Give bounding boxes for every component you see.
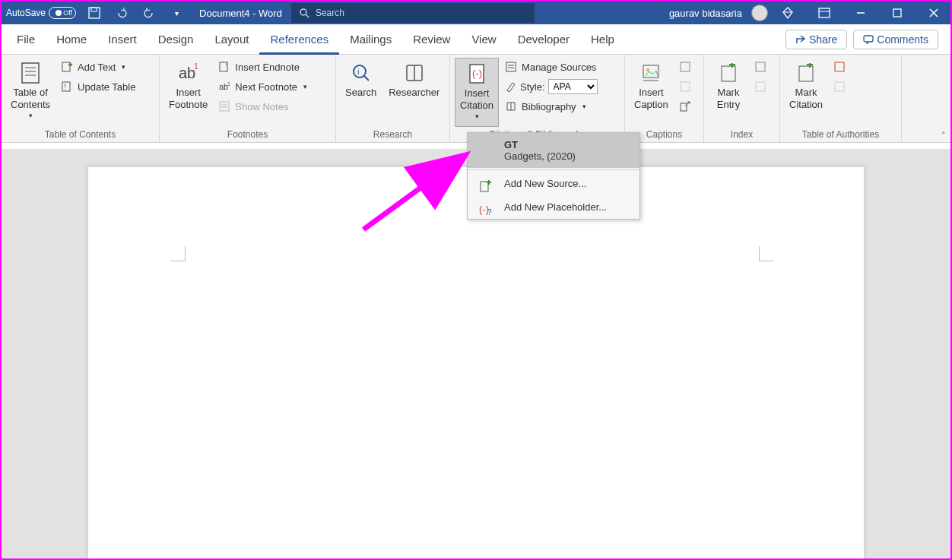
tab-help[interactable]: Help (580, 24, 625, 55)
margin-corner-tl (170, 246, 186, 261)
cross-reference-button[interactable] (676, 97, 694, 115)
insert-caption-button[interactable]: Insert Caption (630, 58, 673, 127)
insert-index-button[interactable] (751, 58, 770, 76)
document-title: Document4 - Word (199, 8, 282, 19)
tab-layout[interactable]: Layout (204, 24, 259, 55)
svg-rect-52 (835, 62, 844, 71)
autosave-label: AutoSave (6, 8, 46, 18)
citation-style-row: Style: APA (502, 78, 601, 96)
researcher-icon (402, 61, 427, 85)
group-label-toc: Table of Contents (6, 127, 154, 142)
bibliography-button[interactable]: Bibliography ▾ (502, 97, 601, 115)
update-authorities-button (830, 78, 849, 96)
insert-citation-dropdown: GT Gadgets, (2020) Add New Source... (-)… (467, 132, 640, 220)
svg-line-31 (364, 76, 369, 81)
tab-insert[interactable]: Insert (97, 24, 148, 55)
svg-point-39 (646, 68, 649, 71)
margin-corner-tr (759, 246, 774, 261)
tab-references[interactable]: References (259, 24, 339, 55)
autosave-state[interactable]: Off (49, 7, 76, 19)
svg-rect-44 (722, 66, 735, 81)
share-icon (795, 34, 806, 45)
tab-design[interactable]: Design (148, 24, 205, 55)
maximize-icon[interactable] (881, 2, 914, 24)
svg-rect-42 (681, 82, 690, 91)
tab-mailings[interactable]: Mailings (339, 24, 402, 55)
close-icon[interactable] (917, 2, 950, 24)
ribbon-display-icon[interactable] (808, 2, 841, 24)
group-label-authorities: Table of Authorities (785, 127, 896, 142)
svg-rect-49 (799, 66, 813, 81)
user-name[interactable]: gaurav bidasaria (663, 8, 748, 19)
insert-endnote-button[interactable]: iInsert Endnote (215, 58, 310, 76)
ribbon-tabs: File Home Insert Design Layout Reference… (2, 24, 950, 55)
comments-button[interactable]: Comments (853, 30, 938, 49)
search-box[interactable]: Search (291, 3, 535, 23)
svg-rect-48 (756, 82, 765, 91)
insert-citation-button[interactable]: (-) Insert Citation ▾ (455, 58, 499, 127)
next-footnote-icon: ab1 (218, 81, 230, 93)
tab-review[interactable]: Review (402, 24, 461, 55)
update-index-button (751, 78, 770, 96)
document-page[interactable] (88, 167, 864, 558)
svg-rect-27 (220, 102, 229, 111)
add-new-source-item[interactable]: Add New Source... (468, 172, 639, 195)
avatar[interactable] (751, 5, 768, 21)
bibliography-icon (505, 100, 517, 112)
tab-file[interactable]: File (6, 24, 46, 55)
mark-entry-button[interactable]: Mark Entry (709, 58, 748, 127)
tab-developer[interactable]: Developer (507, 24, 580, 55)
table-of-contents-button[interactable]: Table of Contents ▾ (6, 58, 55, 127)
table-figures-icon (679, 61, 691, 73)
citation-source-item[interactable]: GT Gadgets, (2020) (468, 133, 639, 168)
svg-text:(-): (-) (472, 68, 482, 79)
manage-sources-button[interactable]: Manage Sources (502, 58, 601, 76)
show-notes-button: Show Notes (215, 97, 310, 115)
svg-rect-47 (756, 62, 765, 71)
add-text-icon (61, 61, 73, 73)
svg-line-3 (306, 14, 309, 17)
search-icon (299, 8, 309, 18)
undo-icon[interactable] (113, 4, 131, 22)
group-label-research: Research (341, 127, 445, 142)
group-label-footnotes: Footnotes (164, 127, 331, 142)
titlebar: AutoSave Off ▾ Document4 - Word Search g… (2, 2, 950, 24)
svg-rect-41 (681, 62, 690, 71)
insert-footnote-button[interactable]: ab1 Insert Footnote (164, 58, 212, 127)
qat-dropdown-icon[interactable]: ▾ (167, 4, 186, 22)
mark-citation-button[interactable]: Mark Citation (785, 58, 827, 127)
update-table-button[interactable]: !Update Table (58, 78, 138, 96)
cross-ref-icon (679, 100, 691, 112)
diamond-icon[interactable] (771, 2, 804, 24)
next-footnote-button[interactable]: ab1Next Footnote ▾ (215, 78, 310, 96)
svg-rect-35 (506, 62, 516, 71)
share-button[interactable]: Share (785, 30, 847, 49)
show-notes-icon (218, 100, 230, 112)
svg-rect-43 (681, 103, 687, 111)
researcher-button[interactable]: Researcher (384, 58, 444, 127)
insert-table-figures-button[interactable] (676, 58, 694, 76)
svg-text:!: ! (64, 83, 66, 91)
dropdown-separator (468, 169, 639, 170)
search-placeholder: Search (316, 8, 344, 18)
minimize-icon[interactable] (844, 2, 877, 24)
redo-icon[interactable] (140, 4, 158, 22)
add-placeholder-icon: (-)? (478, 203, 492, 217)
mark-entry-icon (716, 61, 741, 85)
search-button[interactable]: i Search (341, 58, 381, 127)
citation-source-title: GT (504, 139, 630, 150)
save-icon[interactable] (85, 4, 103, 22)
group-label-index: Index (709, 127, 775, 142)
mark-citation-icon (794, 61, 818, 85)
tab-home[interactable]: Home (46, 24, 97, 55)
add-source-icon (478, 179, 492, 193)
add-text-button[interactable]: Add Text ▾ (58, 58, 138, 76)
autosave-toggle[interactable]: AutoSave Off (2, 7, 81, 19)
insert-authorities-button[interactable] (830, 58, 849, 76)
tab-view[interactable]: View (461, 24, 506, 55)
svg-rect-1 (91, 8, 97, 11)
add-new-placeholder-item[interactable]: (-)? Add New Placeholder... (468, 195, 639, 219)
collapse-ribbon-icon[interactable]: ˄ (941, 131, 946, 141)
caption-icon (639, 61, 663, 85)
citation-style-select[interactable]: APA (548, 79, 598, 94)
